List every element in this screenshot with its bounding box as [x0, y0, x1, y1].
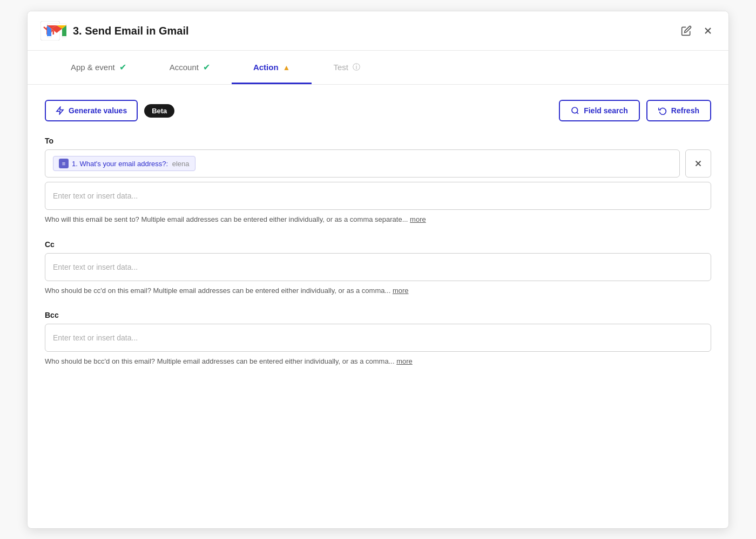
header-left: M 3. Send Email in Gmail	[40, 21, 189, 40]
tab-test-info-icon: ⓘ	[353, 63, 360, 72]
chip-list-icon: ≡	[59, 159, 69, 168]
to-clear-icon	[693, 159, 703, 168]
bcc-field: Bcc Enter text or insert data... Who sho…	[45, 311, 711, 367]
refresh-icon	[658, 106, 667, 115]
field-search-icon	[571, 106, 579, 115]
bcc-hint: Who should be bcc'd on this email? Multi…	[45, 356, 711, 367]
tab-app-event-check-icon: ✔	[119, 62, 126, 72]
tab-app-event-label: App & event	[71, 63, 115, 72]
tab-app-event[interactable]: App & event ✔	[49, 51, 148, 85]
edit-icon	[681, 25, 692, 36]
bcc-placeholder: Enter text or insert data...	[53, 333, 138, 342]
tab-account[interactable]: Account ✔	[148, 51, 232, 85]
cc-label: Cc	[45, 240, 711, 249]
cc-hint: Who should be cc'd on this email? Multip…	[45, 285, 711, 296]
field-search-label: Field search	[584, 106, 628, 115]
tab-test[interactable]: Test ⓘ	[312, 52, 382, 85]
modal-container: M 3. Send Email in Gmail	[27, 11, 729, 529]
tab-action[interactable]: Action ▲	[232, 52, 312, 84]
tab-action-warn-icon: ▲	[283, 63, 291, 72]
beta-badge: Beta	[144, 104, 174, 118]
refresh-button[interactable]: Refresh	[646, 100, 711, 121]
bcc-label: Bcc	[45, 311, 711, 319]
to-field-row: ≡ 1. What's your email address?: elena	[45, 149, 711, 178]
edit-button[interactable]	[679, 23, 694, 38]
modal-title: 3. Send Email in Gmail	[73, 25, 189, 37]
svg-marker-5	[57, 107, 63, 114]
cc-more-link[interactable]: more	[393, 286, 409, 295]
cc-placeholder: Enter text or insert data...	[53, 263, 138, 271]
svg-point-6	[572, 107, 578, 113]
action-toolbar: Generate values Beta Field search	[45, 100, 711, 121]
tab-action-label: Action	[253, 63, 279, 72]
close-icon	[703, 25, 713, 36]
cc-field: Cc Enter text or insert data... Who shou…	[45, 240, 711, 296]
field-search-button[interactable]: Field search	[559, 100, 640, 121]
to-input[interactable]: ≡ 1. What's your email address?: elena	[45, 149, 680, 178]
tab-test-label: Test	[333, 63, 348, 72]
generate-values-label: Generate values	[69, 106, 127, 115]
gmail-logo-icon	[47, 23, 66, 38]
to-chip: ≡ 1. What's your email address?: elena	[53, 156, 195, 171]
cc-input[interactable]: Enter text or insert data...	[45, 253, 711, 281]
generate-values-button[interactable]: Generate values	[45, 100, 138, 121]
action-content: Generate values Beta Field search	[28, 85, 728, 397]
tabs-nav: App & event ✔ Account ✔ Action ▲ Test ⓘ	[28, 51, 728, 85]
toolbar-left: Generate values Beta	[45, 100, 174, 121]
to-label: To	[45, 137, 711, 145]
tab-account-label: Account	[170, 63, 199, 72]
tab-account-check-icon: ✔	[203, 62, 210, 72]
to-field: To ≡ 1. What's your email address?: elen…	[45, 137, 711, 225]
to-hint: Who will this email be sent to? Multiple…	[45, 214, 711, 225]
refresh-label: Refresh	[671, 106, 699, 115]
svg-line-7	[577, 112, 578, 114]
modal-header: M 3. Send Email in Gmail	[28, 11, 728, 51]
chip-label: 1. What's your email address?: elena	[72, 160, 190, 168]
toolbar-right: Field search Refresh	[559, 100, 711, 121]
header-actions	[679, 23, 716, 38]
generate-icon	[56, 106, 64, 115]
bcc-input[interactable]: Enter text or insert data...	[45, 324, 711, 352]
to-clear-button[interactable]	[685, 149, 711, 178]
to-more-link[interactable]: more	[410, 215, 426, 223]
bcc-more-link[interactable]: more	[396, 357, 413, 365]
to-placeholder: Enter text or insert data...	[53, 192, 138, 200]
close-button[interactable]	[700, 23, 716, 38]
to-text-input[interactable]: Enter text or insert data...	[45, 182, 711, 210]
